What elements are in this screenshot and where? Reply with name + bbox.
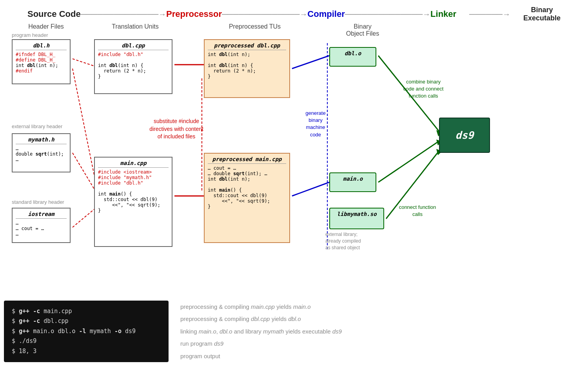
iostream-code: …… cout = …… <box>16 220 67 237</box>
maincpp-title: main.cpp <box>98 160 169 168</box>
box-ds9: ds9 <box>439 118 490 153</box>
svg-line-0 <box>73 59 96 67</box>
box-iostream: iostream …… cout = …… <box>12 208 71 243</box>
box-libmymath: libmymath.so <box>329 208 384 229</box>
green-annotation-connect: connect functioncalls <box>388 204 447 218</box>
stage-binary: BinaryExecutable <box>523 6 561 22</box>
desc-3: linking main.o, dbl.o and library mymath… <box>180 326 580 337</box>
blue-annotation-generate: generatebinarymachinecode <box>296 110 335 138</box>
col-label-tu: Translation Units <box>92 23 178 30</box>
col-label-header: Header Files <box>12 23 80 30</box>
desc-5: program output <box>180 351 580 361</box>
svg-line-11 <box>292 182 329 196</box>
label-program-header: program header <box>12 32 48 38</box>
pre-maincpp-code: … cout = … … double sqrt(int); … int dbl… <box>208 165 286 209</box>
ds9-title: ds9 <box>456 129 474 141</box>
desc-4: run program ds9 <box>180 338 580 349</box>
box-dblo: dbl.o <box>329 47 376 67</box>
dblh-title: dbl.h <box>16 42 67 50</box>
box-pre-maincpp: preprocessed main.cpp … cout = … … doubl… <box>204 153 290 243</box>
dblcpp-title: dbl.cpp <box>98 42 169 50</box>
arrow-4: ──────→ <box>456 10 523 19</box>
main-container: Source Code ──────────────→ Preprocessor… <box>0 0 588 368</box>
terminal-line-3: $ g++ main.o dbl.o -l mymath -o ds9 <box>12 326 161 337</box>
arrows-svg <box>8 39 580 274</box>
libmymath-title: libmymath.so <box>333 211 380 217</box>
maino-title: main.o <box>333 176 372 182</box>
box-pre-dblcpp: preprocessed dbl.cpp int dbl(int n); int… <box>204 39 290 98</box>
box-dblcpp: dbl.cpp #include "dbl.h" int dbl(int n) … <box>94 39 172 94</box>
stage-linker: Linker <box>430 9 456 19</box>
green-annotation-combine: combine binarycode and connectfunction c… <box>388 78 459 100</box>
svg-line-1 <box>73 153 96 192</box>
svg-line-2 <box>73 69 96 184</box>
desc-2: preprocessing & compiling dbl.cpp yields… <box>180 314 580 324</box>
mymathh-title: mymath.h <box>16 136 67 144</box>
libmymath-desc: external library;already compiledas shar… <box>325 231 361 251</box>
svg-line-9 <box>292 56 329 69</box>
diagram-area: program header dbl.h #ifndef DBL_H_#defi… <box>8 39 580 274</box>
desc-1: preprocessing & compiling main.cpp yield… <box>180 301 580 312</box>
terminal-line-4: $ ./ds9 <box>12 336 161 346</box>
col-label-ptu: Preprocessed TUs <box>208 23 302 30</box>
arrow-3: ──────────────→ <box>345 10 430 19</box>
label-std-lib: standard library header <box>12 199 64 205</box>
box-dblh: dbl.h #ifndef DBL_H_#define DBL_H_ int d… <box>12 39 71 84</box>
terminal-line-2: $ g++ -c dbl.cpp <box>12 316 161 326</box>
svg-line-16 <box>378 141 439 182</box>
box-maino: main.o <box>329 172 376 192</box>
mymathh-code: …double sqrt(int);… <box>16 146 67 162</box>
maincpp-code: #include <iostream>#include "mymath.h"#i… <box>98 169 169 213</box>
red-annotation-substitute: substitute #includedirectives with conte… <box>137 118 216 141</box>
dblcpp-code: #include "dbl.h" int dbl(int n) { return… <box>98 52 169 79</box>
stage-compiler: Compiler <box>307 9 345 19</box>
pre-dblcpp-code: int dbl(int n); int dbl(int n) { return … <box>208 52 286 79</box>
pre-dblcpp-title: preprocessed dbl.cpp <box>208 42 286 50</box>
iostream-title: iostream <box>16 211 67 219</box>
terminal-box: $ g++ -c main.cpp $ g++ -c dbl.cpp $ g++… <box>4 301 169 363</box>
arrow-1: ──────────────→ <box>81 10 166 19</box>
dblo-title: dbl.o <box>333 50 372 56</box>
terminal-line-1: $ g++ -c main.cpp <box>12 306 161 317</box>
stage-source: Source Code <box>27 9 81 19</box>
bottom-section: $ g++ -c main.cpp $ g++ -c dbl.cpp $ g++… <box>4 301 580 363</box>
terminal-line-5: $ 18, 3 <box>12 346 161 357</box>
label-ext-lib: external library header <box>12 123 62 129</box>
arrow-2: ──────────────→ <box>222 10 307 19</box>
pre-maincpp-title: preprocessed main.cpp <box>208 156 286 164</box>
box-mymathh: mymath.h …double sqrt(int);… <box>12 133 71 172</box>
dblh-code: #ifndef DBL_H_#define DBL_H_ int dbl(int… <box>16 52 67 74</box>
stage-preprocessor: Preprocessor <box>166 9 222 19</box>
descriptions: preprocessing & compiling main.cpp yield… <box>180 301 580 363</box>
col-label-obj: BinaryObject Files <box>333 23 392 37</box>
box-maincpp: main.cpp #include <iostream>#include "my… <box>94 157 172 247</box>
svg-line-3 <box>73 208 96 227</box>
